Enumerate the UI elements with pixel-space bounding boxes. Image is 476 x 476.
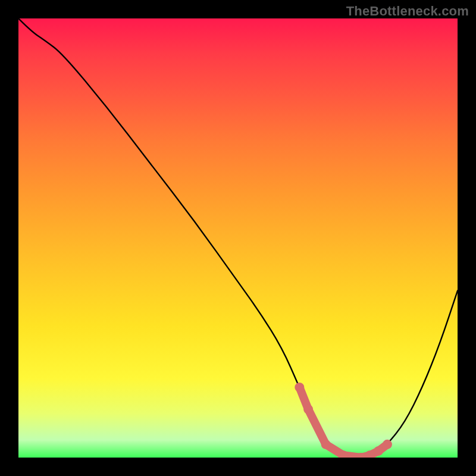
valley-highlight-dot [295, 383, 304, 392]
valley-highlight-dot [303, 405, 313, 414]
chart-svg [18, 18, 458, 458]
chart-plot-area [18, 18, 458, 458]
valley-highlight-dot [383, 440, 392, 449]
watermark-text: TheBottleneck.com [346, 4, 469, 19]
valley-highlight-dot [374, 446, 383, 456]
bottleneck-curve [18, 18, 458, 457]
valley-highlight-dot [321, 440, 331, 449]
valley-highlight [299, 387, 387, 458]
